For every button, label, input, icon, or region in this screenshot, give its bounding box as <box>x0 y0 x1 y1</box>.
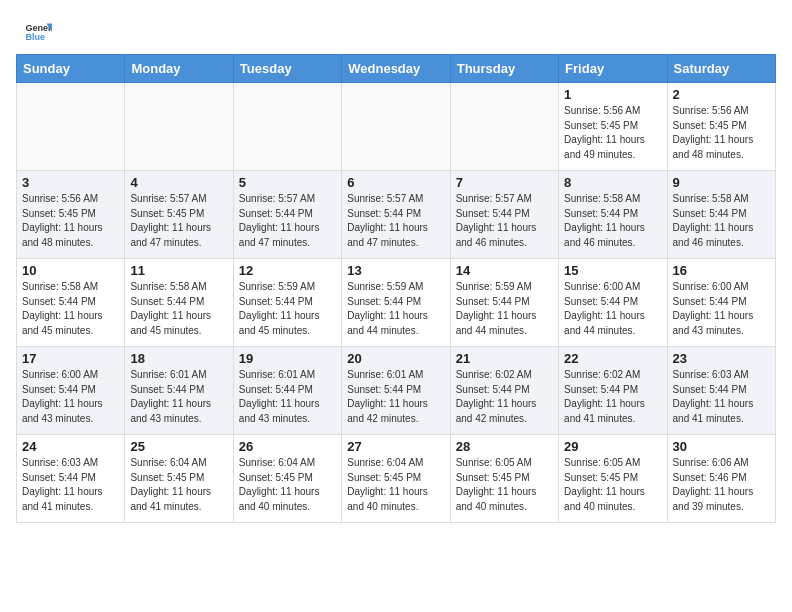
day-info: Sunrise: 5:56 AM Sunset: 5:45 PM Dayligh… <box>564 104 661 162</box>
day-info: Sunrise: 6:02 AM Sunset: 5:44 PM Dayligh… <box>456 368 553 426</box>
calendar-cell: 11Sunrise: 5:58 AM Sunset: 5:44 PM Dayli… <box>125 259 233 347</box>
day-info: Sunrise: 6:03 AM Sunset: 5:44 PM Dayligh… <box>673 368 770 426</box>
calendar-cell: 24Sunrise: 6:03 AM Sunset: 5:44 PM Dayli… <box>17 435 125 523</box>
weekday-header-saturday: Saturday <box>667 55 775 83</box>
calendar-table: SundayMondayTuesdayWednesdayThursdayFrid… <box>16 54 776 523</box>
day-info: Sunrise: 5:59 AM Sunset: 5:44 PM Dayligh… <box>456 280 553 338</box>
calendar-cell: 30Sunrise: 6:06 AM Sunset: 5:46 PM Dayli… <box>667 435 775 523</box>
calendar-cell: 18Sunrise: 6:01 AM Sunset: 5:44 PM Dayli… <box>125 347 233 435</box>
day-number: 12 <box>239 263 336 278</box>
day-number: 4 <box>130 175 227 190</box>
svg-text:Blue: Blue <box>25 32 45 42</box>
day-info: Sunrise: 5:57 AM Sunset: 5:44 PM Dayligh… <box>456 192 553 250</box>
calendar-cell: 28Sunrise: 6:05 AM Sunset: 5:45 PM Dayli… <box>450 435 558 523</box>
day-number: 20 <box>347 351 444 366</box>
day-number: 14 <box>456 263 553 278</box>
calendar-cell: 14Sunrise: 5:59 AM Sunset: 5:44 PM Dayli… <box>450 259 558 347</box>
calendar-cell: 25Sunrise: 6:04 AM Sunset: 5:45 PM Dayli… <box>125 435 233 523</box>
day-number: 6 <box>347 175 444 190</box>
calendar-cell: 6Sunrise: 5:57 AM Sunset: 5:44 PM Daylig… <box>342 171 450 259</box>
day-info: Sunrise: 5:58 AM Sunset: 5:44 PM Dayligh… <box>22 280 119 338</box>
day-info: Sunrise: 6:01 AM Sunset: 5:44 PM Dayligh… <box>130 368 227 426</box>
day-number: 21 <box>456 351 553 366</box>
logo: General Blue <box>24 18 52 46</box>
calendar-cell: 16Sunrise: 6:00 AM Sunset: 5:44 PM Dayli… <box>667 259 775 347</box>
day-number: 2 <box>673 87 770 102</box>
calendar-cell: 5Sunrise: 5:57 AM Sunset: 5:44 PM Daylig… <box>233 171 341 259</box>
day-number: 27 <box>347 439 444 454</box>
calendar-cell <box>233 83 341 171</box>
day-info: Sunrise: 5:57 AM Sunset: 5:45 PM Dayligh… <box>130 192 227 250</box>
day-number: 13 <box>347 263 444 278</box>
calendar-cell: 10Sunrise: 5:58 AM Sunset: 5:44 PM Dayli… <box>17 259 125 347</box>
calendar-cell: 20Sunrise: 6:01 AM Sunset: 5:44 PM Dayli… <box>342 347 450 435</box>
calendar-cell: 19Sunrise: 6:01 AM Sunset: 5:44 PM Dayli… <box>233 347 341 435</box>
day-info: Sunrise: 5:59 AM Sunset: 5:44 PM Dayligh… <box>239 280 336 338</box>
calendar-cell <box>450 83 558 171</box>
calendar-week-row: 24Sunrise: 6:03 AM Sunset: 5:44 PM Dayli… <box>17 435 776 523</box>
day-number: 30 <box>673 439 770 454</box>
day-number: 15 <box>564 263 661 278</box>
calendar-week-row: 10Sunrise: 5:58 AM Sunset: 5:44 PM Dayli… <box>17 259 776 347</box>
day-info: Sunrise: 6:04 AM Sunset: 5:45 PM Dayligh… <box>130 456 227 514</box>
day-info: Sunrise: 5:58 AM Sunset: 5:44 PM Dayligh… <box>130 280 227 338</box>
day-number: 11 <box>130 263 227 278</box>
day-number: 19 <box>239 351 336 366</box>
calendar-cell: 21Sunrise: 6:02 AM Sunset: 5:44 PM Dayli… <box>450 347 558 435</box>
calendar-week-row: 17Sunrise: 6:00 AM Sunset: 5:44 PM Dayli… <box>17 347 776 435</box>
day-number: 22 <box>564 351 661 366</box>
calendar-cell: 27Sunrise: 6:04 AM Sunset: 5:45 PM Dayli… <box>342 435 450 523</box>
day-info: Sunrise: 6:06 AM Sunset: 5:46 PM Dayligh… <box>673 456 770 514</box>
calendar-cell: 1Sunrise: 5:56 AM Sunset: 5:45 PM Daylig… <box>559 83 667 171</box>
weekday-header-wednesday: Wednesday <box>342 55 450 83</box>
logo-icon: General Blue <box>24 18 52 46</box>
weekday-header-row: SundayMondayTuesdayWednesdayThursdayFrid… <box>17 55 776 83</box>
calendar-cell: 26Sunrise: 6:04 AM Sunset: 5:45 PM Dayli… <box>233 435 341 523</box>
day-number: 18 <box>130 351 227 366</box>
calendar-cell: 7Sunrise: 5:57 AM Sunset: 5:44 PM Daylig… <box>450 171 558 259</box>
day-number: 16 <box>673 263 770 278</box>
calendar-cell: 23Sunrise: 6:03 AM Sunset: 5:44 PM Dayli… <box>667 347 775 435</box>
day-info: Sunrise: 6:04 AM Sunset: 5:45 PM Dayligh… <box>239 456 336 514</box>
weekday-header-thursday: Thursday <box>450 55 558 83</box>
day-info: Sunrise: 6:02 AM Sunset: 5:44 PM Dayligh… <box>564 368 661 426</box>
day-info: Sunrise: 5:57 AM Sunset: 5:44 PM Dayligh… <box>239 192 336 250</box>
calendar-cell: 4Sunrise: 5:57 AM Sunset: 5:45 PM Daylig… <box>125 171 233 259</box>
day-number: 29 <box>564 439 661 454</box>
weekday-header-friday: Friday <box>559 55 667 83</box>
calendar-cell: 12Sunrise: 5:59 AM Sunset: 5:44 PM Dayli… <box>233 259 341 347</box>
calendar-cell <box>17 83 125 171</box>
day-number: 23 <box>673 351 770 366</box>
calendar-cell: 22Sunrise: 6:02 AM Sunset: 5:44 PM Dayli… <box>559 347 667 435</box>
day-info: Sunrise: 6:01 AM Sunset: 5:44 PM Dayligh… <box>239 368 336 426</box>
calendar-cell <box>342 83 450 171</box>
calendar-wrapper: SundayMondayTuesdayWednesdayThursdayFrid… <box>0 54 792 523</box>
calendar-week-row: 1Sunrise: 5:56 AM Sunset: 5:45 PM Daylig… <box>17 83 776 171</box>
day-number: 24 <box>22 439 119 454</box>
day-info: Sunrise: 6:05 AM Sunset: 5:45 PM Dayligh… <box>564 456 661 514</box>
calendar-cell <box>125 83 233 171</box>
day-info: Sunrise: 6:01 AM Sunset: 5:44 PM Dayligh… <box>347 368 444 426</box>
calendar-cell: 9Sunrise: 5:58 AM Sunset: 5:44 PM Daylig… <box>667 171 775 259</box>
day-info: Sunrise: 6:00 AM Sunset: 5:44 PM Dayligh… <box>673 280 770 338</box>
calendar-cell: 15Sunrise: 6:00 AM Sunset: 5:44 PM Dayli… <box>559 259 667 347</box>
day-number: 8 <box>564 175 661 190</box>
calendar-week-row: 3Sunrise: 5:56 AM Sunset: 5:45 PM Daylig… <box>17 171 776 259</box>
day-number: 17 <box>22 351 119 366</box>
calendar-cell: 17Sunrise: 6:00 AM Sunset: 5:44 PM Dayli… <box>17 347 125 435</box>
day-info: Sunrise: 5:56 AM Sunset: 5:45 PM Dayligh… <box>22 192 119 250</box>
day-info: Sunrise: 6:04 AM Sunset: 5:45 PM Dayligh… <box>347 456 444 514</box>
day-number: 3 <box>22 175 119 190</box>
weekday-header-monday: Monday <box>125 55 233 83</box>
calendar-cell: 2Sunrise: 5:56 AM Sunset: 5:45 PM Daylig… <box>667 83 775 171</box>
day-info: Sunrise: 5:57 AM Sunset: 5:44 PM Dayligh… <box>347 192 444 250</box>
day-number: 25 <box>130 439 227 454</box>
day-number: 26 <box>239 439 336 454</box>
day-info: Sunrise: 5:58 AM Sunset: 5:44 PM Dayligh… <box>564 192 661 250</box>
header: General Blue <box>0 0 792 54</box>
calendar-cell: 13Sunrise: 5:59 AM Sunset: 5:44 PM Dayli… <box>342 259 450 347</box>
day-number: 28 <box>456 439 553 454</box>
weekday-header-sunday: Sunday <box>17 55 125 83</box>
calendar-cell: 8Sunrise: 5:58 AM Sunset: 5:44 PM Daylig… <box>559 171 667 259</box>
day-info: Sunrise: 5:59 AM Sunset: 5:44 PM Dayligh… <box>347 280 444 338</box>
